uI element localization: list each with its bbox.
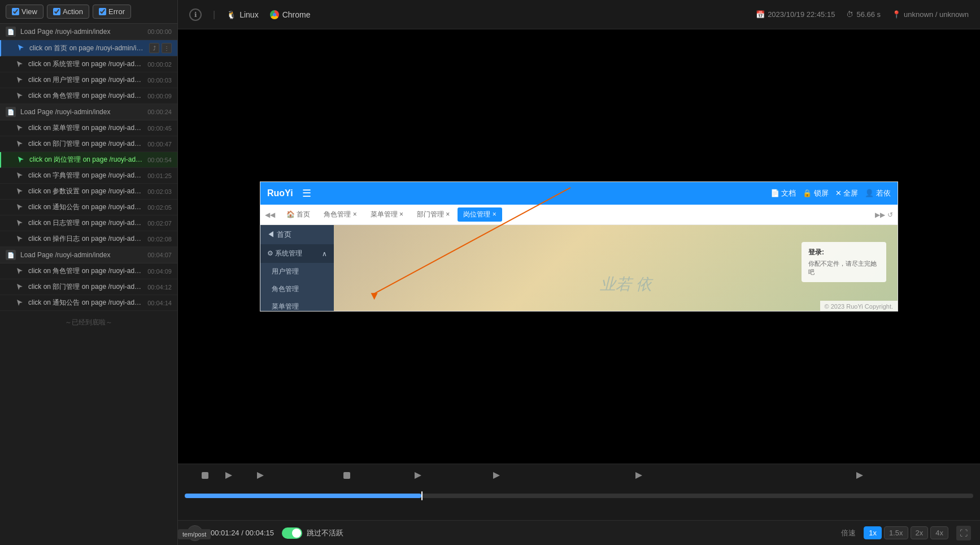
nav-tab-role[interactable]: 角色管理 × (318, 207, 362, 222)
timeline-marker-5[interactable] (492, 471, 501, 482)
action-filter-btn[interactable]: Action (47, 5, 89, 19)
sidebar-section-header[interactable]: ⚙ 系统管理 ∧ (260, 244, 334, 263)
event-item[interactable]: click on 操作日志 on page /ruoyi-admin/i... … (0, 231, 177, 247)
speed-1x[interactable]: 1x (864, 526, 882, 539)
linux-label: Linux (239, 10, 258, 19)
docs-btn[interactable]: 📄 文档 (770, 188, 796, 198)
event-item[interactable]: click on 日志管理 on page /ruoyi-admin/i... … (0, 215, 177, 231)
event-text: click on 用户管理 on page /ruoyi-admin/i... (28, 75, 145, 85)
group-time: 00:00:24 (147, 109, 172, 115)
speed-4x[interactable]: 4x (930, 526, 948, 539)
event-item[interactable]: click on 部门管理 on page /ruoyi-admin/i... … (0, 279, 177, 295)
info-icon: ℹ (189, 8, 202, 21)
timeline-marker-0[interactable] (201, 471, 210, 482)
event-item[interactable]: click on 用户管理 on page /ruoyi-admin/i... … (0, 72, 177, 88)
group-label: Load Page /ruoyi-admin/index (20, 28, 147, 36)
page-icon: 📄 (6, 107, 16, 117)
duration-display: ⏱ 56.66 s (846, 10, 881, 19)
view-checkbox[interactable] (12, 8, 19, 15)
event-time: 00:00:54 (147, 157, 172, 163)
event-text: click on 岗位管理 on page /ruoyi-admin/i... (29, 155, 145, 165)
lock-btn[interactable]: 🔒 锁屏 (803, 188, 829, 198)
event-item[interactable]: click on 字典管理 on page /ruoyi-admin/i... … (0, 168, 177, 184)
event-item[interactable]: click on 角色管理 on page /ruoyi-admin/i... … (0, 263, 177, 279)
clock-icon: ⏱ (846, 10, 853, 19)
fullscreen-btn[interactable]: ✕ 全屏 (835, 188, 859, 198)
timeline-bar[interactable] (185, 494, 973, 498)
cursor-icon (17, 156, 25, 164)
timeline-marker-2[interactable] (256, 471, 265, 482)
skip-inactive-toggle[interactable]: 跳过不活跃 (282, 527, 343, 539)
event-item[interactable]: click on 参数设置 on page /ruoyi-admin/i... … (0, 184, 177, 200)
event-item[interactable]: click on 菜单管理 on page /ruoyi-admin/i... … (0, 120, 177, 136)
event-text: click on 通知公告 on page /ruoyi-admin/i... (28, 298, 145, 308)
speed-label: 倍速 (841, 528, 856, 538)
event-item[interactable]: click on 角色管理 on page /ruoyi-admin/i... … (0, 88, 177, 104)
event-item[interactable]: click on 首页 on page /ruoyi-admin/index ⤴… (0, 40, 177, 57)
error-filter-btn[interactable]: Error (93, 5, 131, 19)
cursor-icon (17, 44, 25, 52)
event-actions: ⤴ ⋮ (149, 43, 172, 53)
event-text: click on 角色管理 on page /ruoyi-admin/i... (28, 266, 145, 276)
video-area: RuoYi ☰ 📄 文档 🔒 锁屏 ✕ 全屏 👤 若依 ◀◀ 🏠 首页 角色管理… (178, 29, 980, 464)
nav-tab-menu[interactable]: 菜单管理 × (365, 207, 409, 222)
toggle-knob (292, 529, 301, 538)
action-checkbox[interactable] (53, 8, 60, 15)
nav-tab-dept[interactable]: 部门管理 × (411, 207, 455, 222)
timeline-progress (185, 494, 421, 498)
cursor-icon (16, 283, 24, 291)
event-item[interactable]: click on 系统管理 on page /ruoyi-admin/i... … (0, 57, 177, 72)
ruoyi-content: 业若 依 登录: 你配不定件，请尽主完她吧 © 2023 RuoYi Copyr… (334, 225, 898, 312)
time-display: 00:01:24 / 00:04:15 (211, 529, 274, 537)
event-item[interactable]: click on 岗位管理 on page /ruoyi-admin/i... … (0, 152, 177, 168)
nav-prev-icon[interactable]: ▶▶ (875, 211, 885, 219)
skip-inactive-label: 跳过不活跃 (307, 528, 343, 538)
event-time: 00:04:12 (147, 284, 172, 291)
sidebar-item-role[interactable]: 角色管理 (260, 280, 334, 298)
timeline-marker-7[interactable] (855, 471, 864, 482)
sidebar-home[interactable]: ◀ 首页 (260, 225, 334, 244)
event-text: click on 操作日志 on page /ruoyi-admin/i... (28, 234, 145, 244)
datetime-value: 2023/10/19 22:45:15 (768, 10, 835, 19)
event-text: click on 部门管理 on page /ruoyi-admin/i... (28, 139, 145, 149)
welcome-text: 你配不定件，请尽主完她吧 (808, 259, 879, 276)
speed-2x[interactable]: 2x (911, 526, 929, 539)
ruoyi-nav: ◀◀ 🏠 首页 角色管理 × 菜单管理 × 部门管理 × 岗位管理 × ▶▶ ↺ (260, 205, 898, 225)
nav-arrows[interactable]: ◀◀ (265, 211, 275, 219)
menu-icon[interactable]: ☰ (302, 187, 311, 200)
separator: | (213, 10, 215, 20)
event-text: click on 通知公告 on page /ruoyi-admin/i... (28, 202, 145, 212)
event-item[interactable]: click on 部门管理 on page /ruoyi-admin/i... … (0, 136, 177, 152)
error-checkbox[interactable] (99, 8, 106, 15)
calendar-icon: 📅 (756, 10, 765, 19)
view-filter-btn[interactable]: View (6, 5, 43, 19)
ruoyi-topbar: RuoYi ☰ 📄 文档 🔒 锁屏 ✕ 全屏 👤 若依 (260, 182, 898, 205)
event-item[interactable]: click on 通知公告 on page /ruoyi-admin/i... … (0, 200, 177, 215)
linux-icon: 🐧 (227, 10, 236, 19)
timeline-marker-6[interactable] (634, 471, 643, 482)
bottom-controls: ⏸ 00:01:24 / 00:04:15 跳过不活跃 倍速 1x 1.5x 2… (178, 520, 980, 545)
timeline-marker-1[interactable] (224, 471, 233, 482)
sidebar-item-user[interactable]: 用户管理 (260, 263, 334, 280)
user-btn[interactable]: 👤 若依 (865, 188, 891, 198)
nav-refresh-icon[interactable]: ↺ (887, 211, 893, 219)
speed-1-5x[interactable]: 1.5x (884, 526, 908, 539)
more-btn[interactable]: ⋮ (162, 43, 172, 53)
event-time: 00:00:09 (147, 93, 172, 100)
nav-tab-post[interactable]: 岗位管理 × (458, 207, 502, 222)
bottom-label: ～已经到底啦～ (0, 311, 177, 334)
timeline-marker-3[interactable] (342, 471, 351, 482)
sidebar-item-menu[interactable]: 菜单管理 (260, 298, 334, 312)
timeline-marker-4[interactable] (413, 471, 423, 482)
event-item[interactable]: click on 通知公告 on page /ruoyi-admin/i... … (0, 295, 177, 311)
chrome-badge: Chrome (270, 10, 311, 19)
share-btn[interactable]: ⤴ (149, 43, 159, 53)
nav-tab-home[interactable]: 🏠 首页 (281, 207, 316, 222)
event-text: click on 部门管理 on page /ruoyi-admin/i... (28, 282, 145, 292)
timeline-track[interactable] (178, 464, 980, 520)
event-text: click on 系统管理 on page /ruoyi-admin/i... (28, 59, 145, 69)
toggle-switch[interactable] (282, 527, 302, 539)
ruoyi-body: ◀ 首页 ⚙ 系统管理 ∧ 用户管理 角色管理 菜单管理 部门管理 岗位管理 字… (260, 225, 898, 312)
fullscreen-button[interactable]: ⛶ (956, 526, 971, 540)
event-time: 00:04:09 (147, 268, 172, 275)
